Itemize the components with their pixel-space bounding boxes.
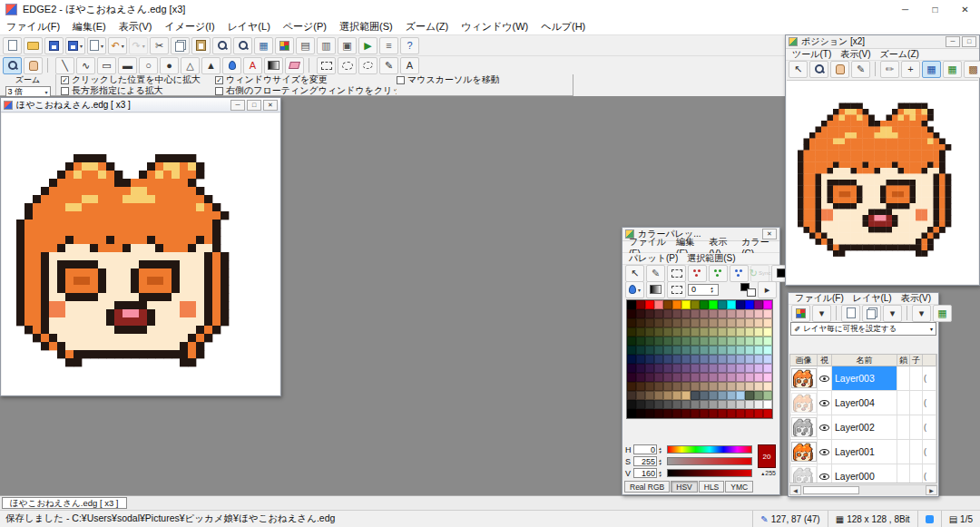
eraser-tool[interactable] bbox=[285, 57, 304, 74]
sync-button[interactable]: ↻Sync bbox=[750, 265, 769, 282]
palette-cell[interactable] bbox=[736, 318, 745, 327]
palette-cell[interactable] bbox=[763, 300, 772, 309]
palette-cell[interactable] bbox=[763, 337, 772, 346]
palette-button[interactable] bbox=[275, 37, 294, 54]
palette-cell[interactable] bbox=[709, 337, 718, 346]
palette-cell[interactable] bbox=[754, 355, 763, 364]
palette-cell[interactable] bbox=[672, 346, 681, 355]
palette-cell[interactable] bbox=[636, 364, 645, 373]
tab-ymc[interactable]: YMC bbox=[725, 481, 753, 493]
palette-cell[interactable] bbox=[681, 382, 691, 391]
palette-cell[interactable] bbox=[727, 327, 736, 337]
palette-cell[interactable] bbox=[681, 300, 691, 309]
copy-layer-button[interactable] bbox=[862, 305, 881, 322]
palette-cell[interactable] bbox=[636, 318, 645, 327]
layer-name-cell[interactable]: Layer002 bbox=[832, 415, 897, 439]
saturation-spinner[interactable]: ▴▾ bbox=[659, 458, 665, 465]
palette-cell[interactable] bbox=[663, 364, 672, 373]
palette-cell[interactable] bbox=[654, 327, 663, 337]
palette-cell[interactable] bbox=[736, 382, 745, 391]
palette-cell[interactable] bbox=[745, 409, 754, 418]
palette-cell[interactable] bbox=[627, 409, 636, 418]
position-crosshair-tool[interactable]: + bbox=[901, 61, 920, 78]
palette-cell[interactable] bbox=[681, 327, 691, 337]
palette-cell[interactable] bbox=[672, 309, 681, 318]
palette-cell[interactable] bbox=[754, 346, 763, 355]
palette-cell[interactable] bbox=[727, 346, 736, 355]
menu-window[interactable]: ウィンドウ(W) bbox=[455, 19, 534, 34]
layer-chain-cell[interactable] bbox=[897, 415, 910, 439]
palette-cell[interactable] bbox=[627, 400, 636, 409]
palette-cell[interactable] bbox=[754, 337, 763, 346]
save-file-button[interactable] bbox=[44, 37, 64, 54]
palette-menu-palette[interactable]: パレット(P) bbox=[624, 252, 682, 265]
position-menu-zoom[interactable]: ズーム(Z) bbox=[876, 48, 924, 61]
palette-cell[interactable] bbox=[663, 300, 672, 309]
palette-cell[interactable] bbox=[745, 309, 754, 318]
export-page-button[interactable]: ▾ bbox=[87, 37, 106, 54]
filled-rect-tool[interactable]: ▬ bbox=[118, 57, 137, 74]
select-ellipse-tool[interactable] bbox=[338, 57, 357, 74]
canvas-window-titlebar[interactable]: ほやこおねえさん.edg [ x3 ] ─□✕ bbox=[1, 98, 280, 112]
hand-tool[interactable] bbox=[24, 57, 43, 74]
palette-cell[interactable] bbox=[736, 409, 745, 418]
expand-button[interactable]: ▸ bbox=[758, 281, 777, 298]
layer-visibility-cell[interactable] bbox=[818, 366, 832, 390]
palette-cell[interactable] bbox=[672, 355, 681, 364]
palette-cell[interactable] bbox=[718, 309, 727, 318]
menu-file[interactable]: ファイル(F) bbox=[0, 19, 66, 34]
palette-cell[interactable] bbox=[663, 391, 672, 400]
palette-cell[interactable] bbox=[700, 327, 709, 337]
close-button[interactable]: ✕ bbox=[950, 0, 980, 19]
palette-cell[interactable] bbox=[700, 364, 709, 373]
menu-selection[interactable]: 選択範囲(S) bbox=[333, 19, 399, 34]
palette-cell[interactable] bbox=[736, 327, 745, 337]
palette-cell[interactable] bbox=[709, 364, 718, 373]
palette-cell[interactable] bbox=[681, 391, 691, 400]
position-pen-tool[interactable]: ✎ bbox=[851, 61, 870, 78]
palette-cell[interactable] bbox=[700, 309, 709, 318]
scrollbar-track[interactable] bbox=[801, 485, 926, 495]
select-rect-tool[interactable] bbox=[317, 57, 336, 74]
palette-cell[interactable] bbox=[718, 355, 727, 364]
palette-cell[interactable] bbox=[718, 337, 727, 346]
palette-cell[interactable] bbox=[636, 346, 645, 355]
palette-cell[interactable] bbox=[727, 373, 736, 382]
palette-cell[interactable] bbox=[763, 346, 772, 355]
position-layers-toggle[interactable]: ▦ bbox=[943, 61, 962, 78]
palette-cell[interactable] bbox=[727, 355, 736, 364]
palette-cell[interactable] bbox=[745, 400, 754, 409]
palette-cell[interactable] bbox=[718, 400, 727, 409]
pages-button[interactable]: ▤ bbox=[296, 37, 315, 54]
cascade-windows-button[interactable]: ▣ bbox=[338, 37, 357, 54]
droplet-set-red[interactable] bbox=[688, 265, 707, 282]
scroll-right-icon[interactable]: ▶ bbox=[926, 485, 937, 495]
layer-name-cell[interactable]: Layer004 bbox=[832, 391, 897, 415]
palette-cell[interactable] bbox=[663, 309, 672, 318]
palette-cell[interactable] bbox=[663, 382, 672, 391]
option-rect-zoom[interactable]: 長方形指定による拡大 bbox=[61, 84, 215, 97]
palette-cell[interactable] bbox=[636, 355, 645, 364]
hue-value[interactable]: 0 bbox=[633, 444, 657, 454]
palette-cell[interactable] bbox=[681, 355, 691, 364]
text-tool-2[interactable]: A bbox=[400, 57, 419, 74]
palette-cell[interactable] bbox=[727, 391, 736, 400]
palette-cell[interactable] bbox=[636, 400, 645, 409]
palette-cell[interactable] bbox=[636, 409, 645, 418]
layer-row[interactable]: Layer002( bbox=[790, 415, 936, 440]
palette-cell[interactable] bbox=[700, 400, 709, 409]
menu-edit[interactable]: 編集(E) bbox=[66, 19, 113, 34]
palette-cell[interactable] bbox=[681, 309, 691, 318]
palette-cell[interactable] bbox=[736, 300, 745, 309]
palette-cell[interactable] bbox=[754, 364, 763, 373]
palette-range-tool[interactable] bbox=[667, 265, 686, 282]
position-minimize-button[interactable]: ─ bbox=[946, 36, 960, 47]
palette-cell[interactable] bbox=[681, 364, 691, 373]
palette-index-spinner[interactable]: 0▴▾ bbox=[688, 284, 719, 296]
palette-cell[interactable] bbox=[636, 309, 645, 318]
menu-view[interactable]: 表示(V) bbox=[113, 19, 159, 34]
palette-cell[interactable] bbox=[654, 409, 663, 418]
tab-realrgb[interactable]: Real RGB bbox=[624, 481, 670, 493]
value-value[interactable]: 160 bbox=[633, 468, 657, 478]
palette-cell[interactable] bbox=[672, 318, 681, 327]
